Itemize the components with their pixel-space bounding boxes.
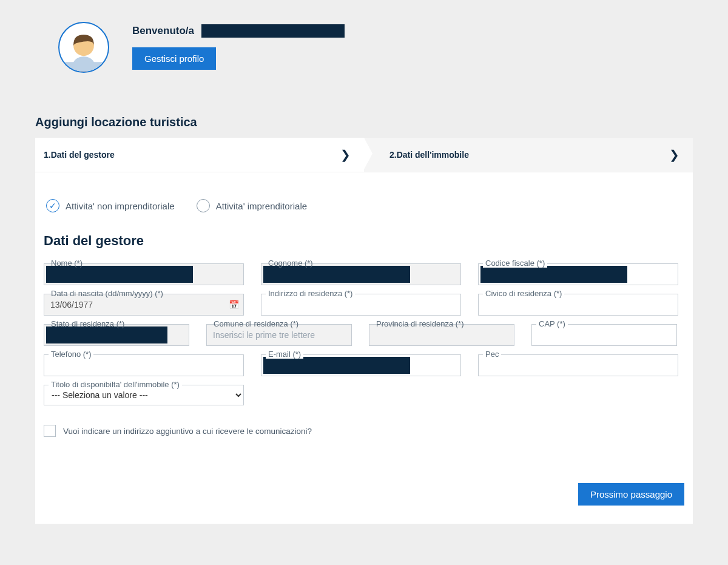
avatar — [58, 22, 109, 73]
label-nome: Nome (*) — [49, 259, 85, 268]
checkbox-unchecked-icon — [44, 425, 56, 437]
manage-profile-button[interactable]: Gestisci profilo — [132, 47, 216, 70]
form-section-title: Dati del gestore — [44, 233, 684, 249]
wizard-card: 1.Dati del gestore ❯ 2.Dati dell'immobil… — [35, 138, 693, 524]
wizard-step-2[interactable]: 2.Dati dell'immobile ❯ — [364, 138, 693, 172]
field-cognome: Cognome (*) — [261, 263, 461, 285]
field-codice-fiscale: Codice fiscale (*) — [478, 263, 678, 285]
field-telefono: Telefono (*) — [44, 354, 244, 376]
label-provincia-residenza: Provincia di residenza (*) — [374, 319, 467, 328]
field-indirizzo-residenza: Indirizzo di residenza (*) — [261, 294, 461, 316]
radio-imprenditoriale-label: Attivita' imprenditoriale — [216, 201, 307, 211]
welcome-line: Benvenuto/a — [132, 24, 345, 38]
chevron-right-icon: ❯ — [340, 147, 351, 162]
avatar-icon — [62, 28, 106, 72]
field-provincia-residenza: Provincia di residenza (*) — [369, 324, 514, 346]
label-stato-residenza: Stato di residenza (*) — [49, 319, 127, 328]
welcome-label: Benvenuto/a — [132, 25, 194, 37]
indirizzo-aggiuntivo-label: Vuoi indicare un indirizzo aggiuntivo a … — [63, 427, 312, 436]
field-comune-residenza: Comune di residenza (*) — [206, 324, 352, 346]
next-step-button[interactable]: Prossimo passaggio — [578, 483, 684, 506]
field-cap: CAP (*) — [531, 324, 677, 346]
label-codice-fiscale: Codice fiscale (*) — [483, 259, 547, 268]
field-titolo-disponibilita: Titolo di disponibilta' dell'immobile (*… — [44, 385, 244, 405]
label-cognome: Cognome (*) — [266, 259, 315, 268]
field-data-nascita: Data di nascita (dd/mm/yyyy) (*) 📅 — [44, 294, 244, 316]
field-stato-residenza: Stato di residenza (*) — [44, 324, 189, 346]
label-indirizzo-residenza: Indirizzo di residenza (*) — [266, 289, 355, 298]
wizard-step-2-label: 2.Dati dell'immobile — [372, 150, 469, 160]
label-telefono: Telefono (*) — [49, 350, 93, 359]
label-civico-residenza: Civico di residenza (*) — [483, 289, 564, 298]
wizard-tabs: 1.Dati del gestore ❯ 2.Dati dell'immobil… — [35, 138, 693, 172]
label-comune-residenza: Comune di residenza (*) — [211, 319, 301, 328]
radio-non-imprenditoriale[interactable]: ✓ Attivita' non imprenditoriale — [46, 199, 175, 212]
field-civico-residenza: Civico di residenza (*) — [478, 294, 678, 316]
radio-checked-icon: ✓ — [46, 199, 59, 212]
field-email: E-mail (*) — [261, 354, 461, 376]
radio-non-imprenditoriale-label: Attivita' non imprenditoriale — [66, 201, 175, 211]
username-redacted — [201, 24, 345, 38]
label-pec: Pec — [483, 350, 501, 359]
label-cap: CAP (*) — [536, 319, 568, 328]
wizard-step-1[interactable]: 1.Dati del gestore ❯ — [35, 138, 364, 172]
page-title: Aggiungi locazione turistica — [0, 73, 728, 138]
field-nome: Nome (*) — [44, 263, 244, 285]
indirizzo-aggiuntivo-checkbox[interactable]: Vuoi indicare un indirizzo aggiuntivo a … — [44, 425, 684, 437]
field-pec: Pec — [478, 354, 678, 376]
label-data-nascita: Data di nascita (dd/mm/yyyy) (*) — [49, 289, 166, 298]
chevron-right-icon: ❯ — [669, 147, 679, 162]
wizard-step-1-label: 1.Dati del gestore — [44, 150, 115, 160]
radio-imprenditoriale[interactable]: Attivita' imprenditoriale — [197, 199, 307, 212]
pec-input[interactable] — [478, 354, 678, 376]
label-titolo-disponibilita: Titolo di disponibilta' dell'immobile (*… — [49, 380, 182, 389]
activity-type-group: ✓ Attivita' non imprenditoriale Attivita… — [44, 199, 684, 212]
calendar-icon[interactable]: 📅 — [229, 300, 239, 310]
radio-unchecked-icon — [197, 199, 210, 212]
label-email: E-mail (*) — [266, 350, 303, 359]
